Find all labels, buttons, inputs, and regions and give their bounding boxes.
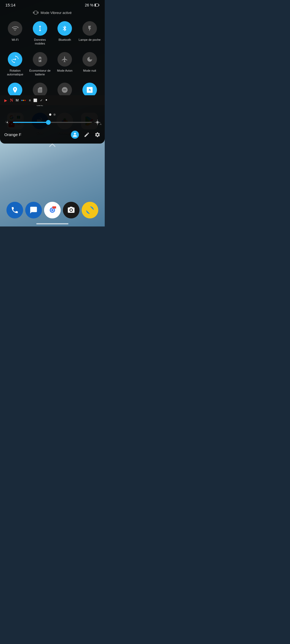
night-mode-icon xyxy=(82,52,97,67)
notif-check-icon: ✓ xyxy=(40,98,43,102)
user-avatar[interactable] xyxy=(71,131,79,139)
carrier-name: Orange F xyxy=(4,132,21,137)
flashlight-icon xyxy=(82,21,97,36)
shade-bottom: Orange F xyxy=(0,129,105,140)
bluetooth-icon xyxy=(57,21,72,36)
battery-icon xyxy=(95,3,99,7)
vibrate-label: Mode Vibreur activé xyxy=(41,11,71,15)
home-indicator[interactable] xyxy=(36,223,68,224)
vibrate-icon xyxy=(33,10,38,15)
status-bar: 15:14 26 % xyxy=(0,0,105,9)
time: 15:14 xyxy=(5,3,16,7)
page-dot-1 xyxy=(49,114,51,116)
battery-saver-icon xyxy=(33,52,47,67)
page-dot-2 xyxy=(53,114,56,116)
battery-percentage: 26 % xyxy=(85,3,93,7)
page-dots xyxy=(0,111,105,119)
mobile-data-icon xyxy=(33,21,47,36)
airplane-icon xyxy=(57,52,72,67)
tile-night-mode[interactable]: Mode nuit xyxy=(77,49,102,80)
svg-point-9 xyxy=(23,100,24,101)
svg-point-10 xyxy=(25,100,26,101)
auto-a-label: A xyxy=(100,123,102,126)
notif-dot-icon: • xyxy=(45,97,47,103)
svg-rect-2 xyxy=(95,4,96,6)
flashlight-label: Lampe de poche xyxy=(79,38,101,42)
shade-actions xyxy=(71,131,100,139)
brightness-auto-icon: A xyxy=(95,119,100,125)
notif-dots-icon xyxy=(21,98,26,102)
svg-point-8 xyxy=(21,100,23,101)
tile-wifi[interactable]: Wi-Fi xyxy=(3,19,28,49)
wifi-icon xyxy=(8,21,22,36)
notif-netflix-icon: N xyxy=(10,98,13,103)
airplane-label: Mode Avion xyxy=(57,69,73,72)
notif-m-icon: M xyxy=(16,98,19,102)
brightness-row: A xyxy=(0,119,105,125)
rotation-icon xyxy=(8,52,22,67)
night-mode-label: Mode nuit xyxy=(83,69,96,72)
tile-airplane[interactable]: Mode Avion xyxy=(52,49,77,80)
brightness-fill xyxy=(13,122,48,123)
notification-shade: 15:14 26 % Mode Vibreur activé xyxy=(0,0,105,144)
tile-mobile-data[interactable]: Données mobiles xyxy=(28,19,53,49)
tile-battery-saver[interactable]: Économiseur de batterie xyxy=(28,49,53,80)
vibrate-bar: Mode Vibreur activé xyxy=(0,9,105,19)
settings-icon[interactable] xyxy=(95,132,100,138)
mobile-data-label: Données mobiles xyxy=(29,38,52,46)
wifi-label: Wi-Fi xyxy=(12,38,19,42)
tile-rotation[interactable]: Rotation automatique xyxy=(3,49,28,80)
notif-youtube-icon: ▶ xyxy=(4,98,7,103)
tile-flashlight[interactable]: Lampe de poche xyxy=(77,19,102,49)
notification-bar: ▶ N M ≡ ⬜ ✓ • xyxy=(0,95,105,105)
status-right: 26 % xyxy=(85,3,99,7)
notif-news-icon: ≡ xyxy=(29,98,31,102)
brightness-slider[interactable] xyxy=(13,122,92,123)
notif-photo-icon: ⬜ xyxy=(33,98,37,102)
rotation-label: Rotation automatique xyxy=(4,69,27,76)
brightness-thumb[interactable] xyxy=(46,120,51,125)
bluetooth-label: Bluetooth xyxy=(59,38,71,42)
battery-saver-label: Économiseur de batterie xyxy=(29,69,52,76)
brightness-low-icon xyxy=(4,119,10,125)
svg-rect-1 xyxy=(99,4,99,6)
svg-rect-3 xyxy=(35,11,37,14)
tile-bluetooth[interactable]: Bluetooth xyxy=(52,19,77,49)
edit-icon[interactable] xyxy=(84,132,90,138)
